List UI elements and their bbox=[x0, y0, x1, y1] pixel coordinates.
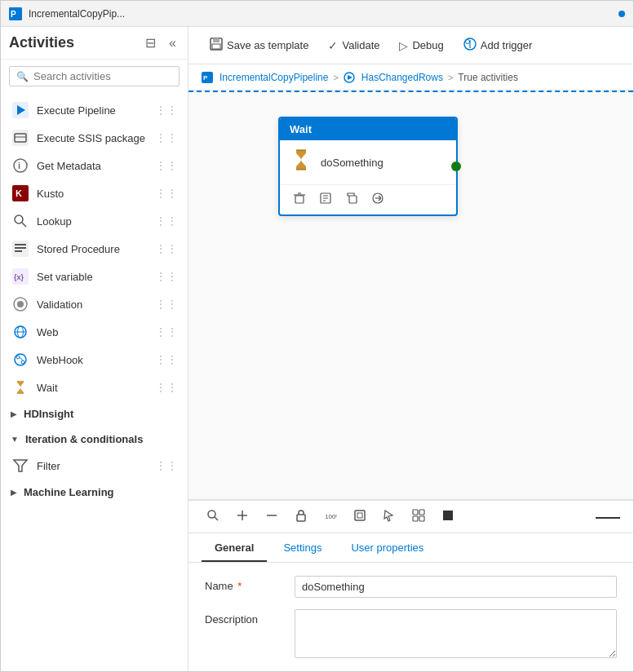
wait-drag: ⋮⋮ bbox=[155, 381, 178, 394]
validate-label: Validate bbox=[342, 39, 379, 51]
svg-point-33 bbox=[465, 40, 469, 44]
webhook-drag: ⋮⋮ bbox=[155, 353, 178, 366]
name-label: Name * bbox=[205, 576, 286, 592]
sidebar-collapse-btn[interactable]: « bbox=[166, 34, 180, 52]
svg-point-11 bbox=[15, 215, 23, 223]
iteration-chevron: ▼ bbox=[11, 435, 19, 444]
lookup-icon bbox=[12, 213, 29, 229]
node-body: doSomething bbox=[280, 140, 456, 184]
svg-rect-58 bbox=[297, 515, 305, 521]
stored-procedure-label: Stored Procedure bbox=[37, 243, 120, 255]
node-copy-btn[interactable] bbox=[342, 190, 361, 210]
canvas-lock-btn[interactable] bbox=[290, 506, 313, 528]
canvas-select-btn[interactable] bbox=[378, 506, 401, 528]
node-success-dot bbox=[451, 161, 461, 171]
node-settings-btn[interactable] bbox=[316, 190, 335, 210]
webhook-label: WebHook bbox=[37, 354, 83, 366]
title-bar: P IncrementalCopyPip... bbox=[1, 1, 633, 27]
save-template-icon bbox=[210, 38, 223, 53]
svg-point-24 bbox=[15, 354, 26, 365]
kusto-label: Kusto bbox=[37, 188, 64, 200]
breadcrumb-sep1: > bbox=[333, 73, 338, 82]
activity-item-execute-pipeline[interactable]: Execute Pipeline ⋮⋮ bbox=[1, 96, 188, 124]
execute-pipeline-label: Execute Pipeline bbox=[37, 104, 116, 117]
sidebar-header-actions: ⊟ « bbox=[142, 33, 180, 52]
breadcrumb-activity[interactable]: HasChangedRows bbox=[361, 72, 443, 83]
debug-icon: ▷ bbox=[399, 39, 408, 52]
svg-text:i: i bbox=[18, 161, 20, 170]
activity-item-set-variable[interactable]: {x} Set variable ⋮⋮ bbox=[1, 263, 188, 290]
canvas-area[interactable]: Wait doSomething bbox=[188, 91, 633, 500]
execute-ssis-drag: ⋮⋮ bbox=[155, 131, 178, 144]
add-trigger-btn[interactable]: Add trigger bbox=[455, 33, 541, 57]
iteration-group[interactable]: ▼ Iteration & conditionals bbox=[1, 427, 188, 452]
canvas-add-btn[interactable] bbox=[231, 506, 254, 528]
machine-learning-label: Machine Learning bbox=[24, 486, 114, 498]
activity-item-wait[interactable]: Wait ⋮⋮ bbox=[1, 374, 188, 401]
name-input[interactable] bbox=[295, 576, 617, 598]
activity-item-kusto[interactable]: K Kusto ⋮⋮ bbox=[1, 179, 188, 207]
canvas-toolbar: 100% bbox=[188, 500, 633, 533]
activity-item-webhook[interactable]: WebHook ⋮⋮ bbox=[1, 346, 188, 374]
breadcrumb-current: True activities bbox=[458, 72, 518, 83]
svg-text:100%: 100% bbox=[325, 513, 337, 520]
execute-ssis-icon bbox=[12, 130, 29, 146]
hdinsight-group[interactable]: ▶ HDInsight bbox=[1, 401, 188, 427]
content-area: Save as template ✓ Validate ▷ Debug bbox=[188, 27, 633, 671]
canvas-black-square-btn[interactable] bbox=[437, 506, 459, 528]
debug-label: Debug bbox=[412, 39, 443, 51]
tab-general[interactable]: General bbox=[202, 533, 267, 562]
get-metadata-label: Get Metadata bbox=[37, 160, 101, 172]
node-name: doSomething bbox=[321, 157, 384, 169]
activity-item-web[interactable]: Web ⋮⋮ bbox=[1, 318, 188, 346]
tab-user-properties[interactable]: User properties bbox=[338, 533, 437, 562]
validate-icon: ✓ bbox=[328, 39, 338, 52]
sidebar-title: Activities bbox=[9, 34, 74, 51]
canvas-zoom-fit-btn[interactable]: 100% bbox=[319, 506, 342, 528]
svg-text:P: P bbox=[203, 74, 208, 82]
description-input[interactable] bbox=[295, 609, 617, 658]
canvas-minus-btn[interactable] bbox=[260, 506, 283, 528]
node-delete-btn[interactable] bbox=[290, 190, 309, 210]
save-template-btn[interactable]: Save as template bbox=[202, 33, 317, 57]
breadcrumb-pipeline[interactable]: IncrementalCopyPipeline bbox=[219, 72, 328, 83]
activity-item-validation[interactable]: Validation ⋮⋮ bbox=[1, 290, 188, 318]
search-input[interactable] bbox=[33, 70, 172, 82]
canvas-frame-btn[interactable] bbox=[348, 506, 371, 528]
app-icon: P bbox=[9, 7, 22, 20]
svg-rect-31 bbox=[212, 44, 220, 49]
web-label: Web bbox=[37, 326, 59, 338]
machine-learning-group[interactable]: ▶ Machine Learning bbox=[1, 480, 188, 505]
svg-rect-67 bbox=[443, 511, 453, 520]
main-layout: Activities ⊟ « 🔍 bbox=[1, 27, 633, 671]
activity-item-lookup[interactable]: Lookup ⋮⋮ bbox=[1, 207, 188, 235]
node-actions bbox=[280, 184, 456, 214]
canvas-layout-btn[interactable] bbox=[407, 506, 430, 528]
stored-procedure-drag: ⋮⋮ bbox=[155, 242, 178, 255]
debug-btn[interactable]: ▷ Debug bbox=[391, 35, 451, 56]
node-activity-icon bbox=[290, 148, 313, 176]
activity-item-filter[interactable]: Filter ⋮⋮ bbox=[1, 452, 188, 480]
validation-label: Validation bbox=[37, 298, 82, 311]
lookup-label: Lookup bbox=[37, 215, 72, 228]
properties-tabs: General Settings User properties bbox=[188, 533, 633, 563]
tab-settings[interactable]: Settings bbox=[270, 533, 335, 562]
sidebar-filter-btn[interactable]: ⊟ bbox=[142, 33, 159, 52]
breadcrumb-sep2: > bbox=[448, 73, 453, 82]
node-connect-btn[interactable] bbox=[368, 190, 388, 210]
activity-item-get-metadata[interactable]: i Get Metadata ⋮⋮ bbox=[1, 152, 188, 179]
breadcrumb-pipeline-icon: P bbox=[202, 71, 215, 84]
stored-procedure-icon bbox=[12, 241, 29, 257]
svg-line-54 bbox=[215, 517, 218, 520]
validate-btn[interactable]: ✓ Validate bbox=[320, 35, 388, 56]
activity-item-execute-ssis[interactable]: Execute SSIS package ⋮⋮ bbox=[1, 124, 188, 152]
svg-rect-41 bbox=[295, 196, 304, 203]
activity-item-stored-procedure[interactable]: Stored Procedure ⋮⋮ bbox=[1, 235, 188, 263]
filter-icon bbox=[12, 458, 29, 474]
activity-node[interactable]: Wait doSomething bbox=[278, 117, 458, 216]
add-trigger-label: Add trigger bbox=[481, 39, 533, 51]
set-variable-drag: ⋮⋮ bbox=[155, 270, 178, 283]
canvas-search-btn[interactable] bbox=[202, 506, 224, 528]
breadcrumb: P IncrementalCopyPipeline > HasChangedRo… bbox=[188, 64, 633, 91]
web-icon bbox=[12, 324, 29, 340]
